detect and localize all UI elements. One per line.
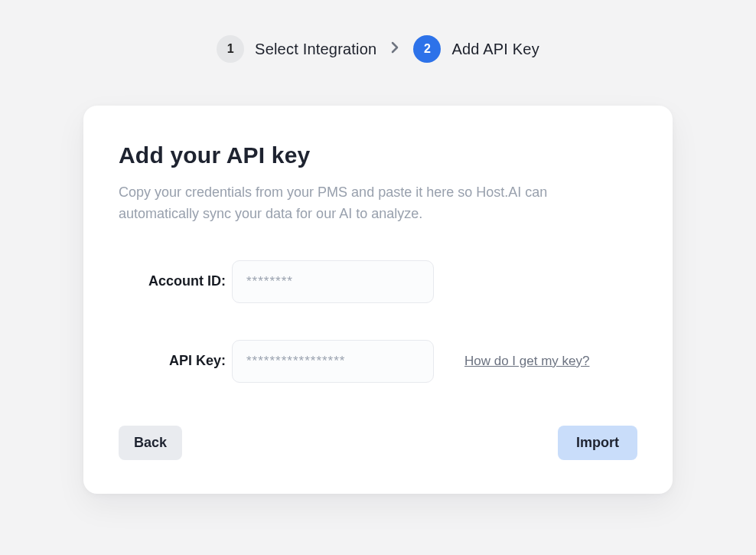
account-id-input[interactable]	[232, 260, 434, 303]
api-key-form: Account ID: API Key: How do I get my key…	[119, 260, 637, 383]
step-number-1: 1	[217, 35, 244, 63]
actions-row: Back Import	[119, 426, 637, 460]
step-select-integration[interactable]: 1 Select Integration	[217, 35, 376, 63]
api-key-input[interactable]	[232, 340, 434, 383]
card-description: Copy your credentials from your PMS and …	[119, 182, 608, 225]
account-id-label: Account ID:	[119, 273, 226, 289]
step-label-select-integration: Select Integration	[255, 41, 376, 58]
card-title: Add your API key	[119, 142, 637, 168]
api-key-label: API Key:	[119, 353, 226, 369]
account-id-row: Account ID:	[119, 260, 637, 303]
step-label-add-api-key: Add API Key	[451, 41, 539, 58]
back-button[interactable]: Back	[119, 426, 182, 460]
chevron-right-icon	[390, 41, 399, 57]
api-key-row: API Key: How do I get my key?	[119, 340, 637, 383]
import-button[interactable]: Import	[558, 426, 637, 460]
stepper: 1 Select Integration 2 Add API Key	[217, 35, 539, 63]
api-key-card: Add your API key Copy your credentials f…	[83, 106, 673, 494]
how-do-i-get-key-link[interactable]: How do I get my key?	[464, 354, 589, 369]
step-add-api-key[interactable]: 2 Add API Key	[413, 35, 539, 63]
step-number-2: 2	[413, 35, 441, 63]
